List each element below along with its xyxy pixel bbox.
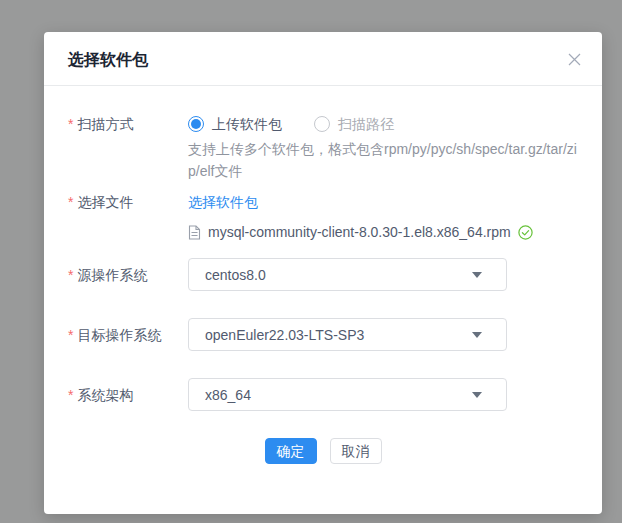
required-mark: * [68, 194, 73, 210]
check-circle-icon [518, 225, 533, 240]
cancel-button[interactable]: 取消 [330, 438, 382, 464]
required-mark: * [68, 267, 73, 283]
confirm-button[interactable]: 确定 [265, 438, 317, 464]
source-os-select[interactable]: centos8.0 [188, 258, 507, 291]
target-os-row: *目标操作系统 openEuler22.03-LTS-SP3 [68, 318, 578, 351]
dialog-footer: 确定 取消 [68, 438, 578, 464]
select-file-label: *选择文件 [68, 192, 188, 212]
radio-upload-label: 上传软件包 [212, 114, 282, 134]
upload-hint-row: 支持上传多个软件包，格式包含rpm/py/pyc/sh/spec/tar.gz/… [188, 138, 578, 182]
target-os-value: openEuler22.03-LTS-SP3 [205, 327, 472, 343]
radio-selected-icon[interactable] [188, 116, 204, 132]
radio-scan-path[interactable]: 扫描路径 [314, 114, 394, 134]
radio-upload-package[interactable]: 上传软件包 [188, 114, 282, 134]
document-icon [188, 225, 201, 240]
chevron-down-icon [472, 392, 482, 398]
modal-overlay: 选择软件包 *扫描方式 上传软件包 [0, 0, 622, 523]
scan-method-radio-group: 上传软件包 扫描路径 [188, 114, 578, 134]
dialog-title: 选择软件包 [68, 50, 578, 70]
uploaded-file-name: mysql-community-client-8.0.30-1.el8.x86_… [208, 222, 511, 242]
radio-unselected-icon[interactable] [314, 116, 330, 132]
select-package-dialog: 选择软件包 *扫描方式 上传软件包 [44, 32, 602, 514]
architecture-select[interactable]: x86_64 [188, 378, 507, 411]
source-os-label: *源操作系统 [68, 265, 188, 285]
source-os-value: centos8.0 [205, 267, 472, 283]
radio-scan-path-label: 扫描路径 [338, 114, 394, 134]
scan-method-label: *扫描方式 [68, 114, 188, 134]
select-file-row: *选择文件 选择软件包 [68, 192, 578, 212]
close-icon[interactable] [566, 51, 582, 67]
required-mark: * [68, 116, 73, 132]
uploaded-file-item[interactable]: mysql-community-client-8.0.30-1.el8.x86_… [188, 222, 578, 242]
required-mark: * [68, 327, 73, 343]
required-mark: * [68, 387, 73, 403]
dialog-body: *扫描方式 上传软件包 扫描路径 支持上传多个软件包，格式包含rpm/py/py… [44, 86, 602, 464]
chevron-down-icon [472, 272, 482, 278]
chevron-down-icon [472, 332, 482, 338]
target-os-select[interactable]: openEuler22.03-LTS-SP3 [188, 318, 507, 351]
target-os-label: *目标操作系统 [68, 325, 188, 345]
upload-hint-text: 支持上传多个软件包，格式包含rpm/py/pyc/sh/spec/tar.gz/… [188, 138, 580, 182]
architecture-row: *系统架构 x86_64 [68, 378, 578, 411]
source-os-row: *源操作系统 centos8.0 [68, 258, 578, 291]
scan-method-row: *扫描方式 上传软件包 扫描路径 [68, 114, 578, 134]
dialog-header: 选择软件包 [44, 32, 602, 86]
choose-package-link[interactable]: 选择软件包 [188, 194, 258, 210]
architecture-label: *系统架构 [68, 385, 188, 405]
architecture-value: x86_64 [205, 387, 472, 403]
